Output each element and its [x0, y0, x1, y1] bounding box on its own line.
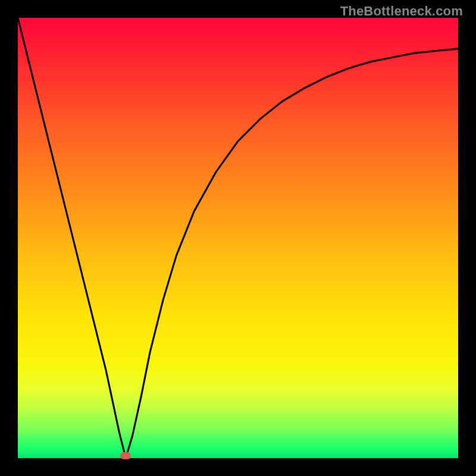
watermark-text: TheBottleneck.com [340, 4, 463, 19]
min-point-marker [120, 452, 131, 459]
chart-frame: TheBottleneck.com [0, 0, 476, 476]
bottleneck-curve [18, 18, 458, 458]
curve-layer [18, 18, 458, 458]
